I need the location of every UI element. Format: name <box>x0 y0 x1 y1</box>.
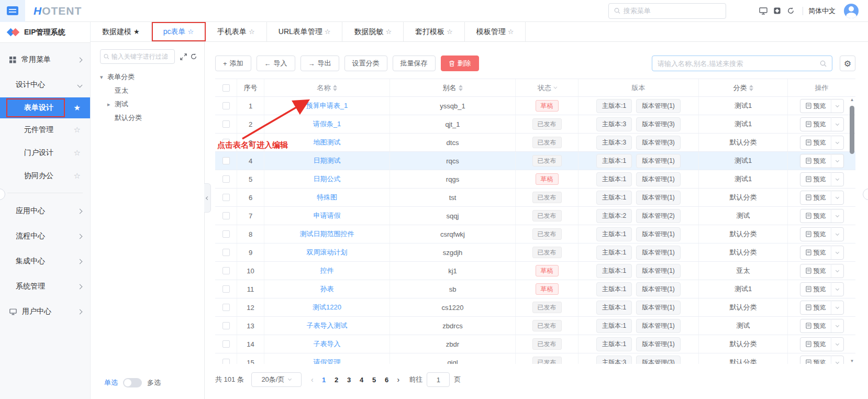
form-name-link[interactable]: 子表导入 <box>314 339 341 349</box>
main-version-button[interactable]: 主版本:1 <box>596 282 632 296</box>
main-version-button[interactable]: 主版本:1 <box>596 301 632 315</box>
preview-split-button[interactable]: 预览 <box>800 209 844 223</box>
preview-split-button[interactable]: 预览 <box>800 99 844 113</box>
header-alias[interactable]: 别名 <box>390 79 516 96</box>
row-checkbox[interactable] <box>222 157 230 164</box>
page-number-button[interactable]: 2 <box>330 376 343 384</box>
row-checkbox[interactable] <box>222 249 230 256</box>
refresh-icon[interactable] <box>188 51 199 62</box>
row-checkbox[interactable] <box>222 359 230 364</box>
chevron-down-icon[interactable] <box>835 140 839 143</box>
chevron-down-icon[interactable] <box>835 121 839 125</box>
caret-right-icon[interactable]: ▸ <box>107 101 115 108</box>
sidebar-item-component-mgmt[interactable]: 元件管理 ☆ <box>0 118 90 141</box>
select-all-checkbox[interactable] <box>222 84 230 92</box>
sidebar-item-portal-design[interactable]: 门户设计 ☆ <box>0 141 90 164</box>
main-version-button[interactable]: 主版本:1 <box>596 154 632 168</box>
page-number-button[interactable]: 6 <box>381 376 393 384</box>
scrollbar-thumb[interactable] <box>850 106 854 154</box>
star-outline-icon[interactable]: ☆ <box>74 125 81 135</box>
sidebar-item-common-menu[interactable]: 常用菜单 <box>0 47 90 72</box>
form-name-link[interactable]: 测试1220 <box>313 303 341 312</box>
tree-node-test[interactable]: ▸ 测试 <box>100 97 199 111</box>
table-search-input[interactable] <box>658 60 820 68</box>
form-name-link[interactable]: 双周滚动计划 <box>307 248 348 257</box>
header-status[interactable]: 状态 <box>516 79 578 96</box>
form-name-link[interactable]: 特殊图 <box>317 193 337 202</box>
menu-search-box[interactable] <box>608 3 726 19</box>
chevron-down-icon[interactable] <box>835 103 839 107</box>
select-mode-toggle[interactable] <box>123 378 142 387</box>
user-avatar[interactable] <box>844 4 859 18</box>
version-manage-button[interactable]: 版本管理(1) <box>636 172 681 186</box>
version-manage-button[interactable]: 版本管理(1) <box>636 191 681 205</box>
fullscreen-icon[interactable] <box>770 4 784 18</box>
tab-item[interactable]: 模板管理 ☆ <box>465 22 526 41</box>
star-outline-icon[interactable]: ☆ <box>74 171 81 181</box>
tree-filter-input[interactable] <box>112 53 171 60</box>
main-version-button[interactable]: 主版本:3 <box>596 136 632 150</box>
sort-icon[interactable] <box>333 85 337 91</box>
version-manage-button[interactable]: 版本管理(1) <box>636 337 681 351</box>
star-outline-icon[interactable]: ☆ <box>74 148 81 158</box>
preview-split-button[interactable]: 预览 <box>800 337 844 351</box>
menu-search-input[interactable] <box>624 7 720 15</box>
tree-node-root[interactable]: ▾ 表单分类 <box>100 70 199 84</box>
tab-star-icon[interactable]: ☆ <box>385 28 392 36</box>
sidebar-item-collaboration[interactable]: 协同办公 ☆ <box>0 164 90 187</box>
row-checkbox[interactable] <box>222 322 230 329</box>
page-number-button[interactable]: 1 <box>318 376 330 384</box>
version-manage-button[interactable]: 版本管理(3) <box>636 136 681 150</box>
form-name-link[interactable]: 孙表 <box>320 284 334 294</box>
chevron-down-icon[interactable] <box>835 268 839 272</box>
table-scrollbar[interactable]: ▲ ▼ <box>849 97 855 364</box>
main-version-button[interactable]: 主版本:2 <box>596 209 632 223</box>
preview-split-button[interactable]: 预览 <box>800 191 844 205</box>
gear-icon[interactable]: ⚙ <box>840 56 855 71</box>
goto-page-input[interactable] <box>427 372 450 387</box>
filter-icon[interactable] <box>553 85 557 89</box>
star-filled-icon[interactable]: ★ <box>74 103 81 113</box>
main-version-button[interactable]: 主版本:3 <box>596 117 632 131</box>
tab-item[interactable]: 数据建模 ★ <box>91 22 152 41</box>
row-checkbox[interactable] <box>222 212 230 219</box>
row-checkbox[interactable] <box>222 285 230 293</box>
sidebar-item-system-mgmt[interactable]: 系统管理 <box>0 274 90 299</box>
main-version-button[interactable]: 主版本:1 <box>596 264 632 278</box>
tab-star-icon[interactable]: ☆ <box>447 28 453 36</box>
preview-split-button[interactable]: 预览 <box>800 246 844 260</box>
import-button[interactable]: ←导入 <box>257 56 295 71</box>
version-manage-button[interactable]: 版本管理(1) <box>636 319 681 333</box>
sidebar-item-user-center[interactable]: 用户中心 <box>0 299 90 324</box>
tree-collapse-handle[interactable] <box>204 183 211 213</box>
export-button[interactable]: →导出 <box>301 56 339 71</box>
chevron-down-icon[interactable] <box>835 195 839 198</box>
tab-star-icon[interactable]: ★ <box>133 28 140 36</box>
chevron-down-icon[interactable] <box>835 176 839 180</box>
batch-save-button[interactable]: 批量保存 <box>393 56 436 71</box>
preview-split-button[interactable]: 预览 <box>800 282 844 296</box>
tree-node-yatai[interactable]: 亚太 <box>100 84 199 97</box>
row-checkbox[interactable] <box>222 139 230 146</box>
page-size-select[interactable]: 20条/页 <box>251 372 302 387</box>
form-name-link[interactable]: 控件 <box>320 266 334 275</box>
preview-split-button[interactable]: 预览 <box>800 227 844 241</box>
tab-star-icon[interactable]: ☆ <box>187 28 194 36</box>
main-version-button[interactable]: 主版本:1 <box>596 246 632 260</box>
header-name[interactable]: 名称 <box>264 79 390 96</box>
form-name-link[interactable]: 测试日期范围控件 <box>300 229 354 239</box>
row-checkbox[interactable] <box>222 230 230 238</box>
multi-select-label[interactable]: 多选 <box>147 378 161 387</box>
sidebar-item-design-center[interactable]: 设计中心 <box>0 72 90 97</box>
row-checkbox[interactable] <box>222 267 230 274</box>
sort-icon[interactable] <box>459 85 463 91</box>
monitor-icon[interactable] <box>756 4 770 18</box>
row-checkbox[interactable] <box>222 102 230 109</box>
main-version-button[interactable]: 主版本:1 <box>596 227 632 241</box>
table-search-box[interactable] <box>652 56 832 71</box>
page-number-button[interactable]: 3 <box>343 376 355 384</box>
version-manage-button[interactable]: 版本管理(1) <box>636 227 681 241</box>
page-number-button[interactable]: 5 <box>368 376 381 384</box>
sort-icon[interactable] <box>749 85 753 91</box>
preview-split-button[interactable]: 预览 <box>800 301 844 315</box>
